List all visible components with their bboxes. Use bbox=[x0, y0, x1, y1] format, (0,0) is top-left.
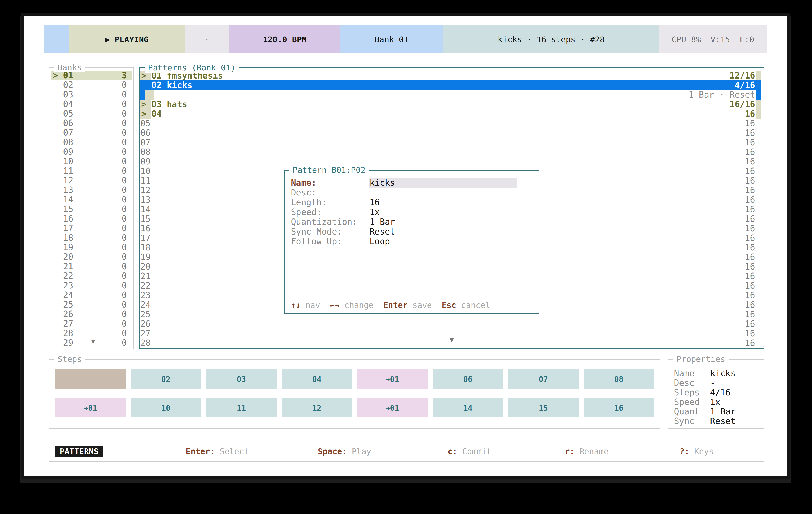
step-cell[interactable]: 16 bbox=[583, 398, 655, 418]
bank-row[interactable]: 120 bbox=[51, 176, 132, 185]
bank-row[interactable]: 180 bbox=[51, 233, 132, 243]
bank-row[interactable]: 220 bbox=[51, 271, 132, 281]
modal-field[interactable]: Name:kicks bbox=[291, 178, 532, 188]
bank-row[interactable]: 270 bbox=[51, 319, 132, 329]
pattern-row[interactable]: 0816 bbox=[140, 147, 761, 157]
hint-label: Rename bbox=[575, 447, 609, 456]
step-cell[interactable]: 14 bbox=[433, 398, 503, 418]
bank-row[interactable]: 210 bbox=[51, 262, 132, 271]
pattern-row[interactable]: >03 hats16/16 bbox=[140, 99, 761, 109]
bank-number: 05 bbox=[63, 109, 73, 118]
now-playing-display: kicks · 16 steps · #28 bbox=[443, 26, 659, 54]
pattern-row[interactable]: 2616 bbox=[140, 319, 761, 329]
pattern-label: 21 bbox=[140, 271, 150, 281]
bank-number: 29 bbox=[63, 338, 73, 347]
bank-row[interactable]: 200 bbox=[51, 252, 132, 262]
pattern-row[interactable]: 0916 bbox=[140, 157, 761, 167]
modal-field[interactable]: Quantization:1 Bar bbox=[291, 217, 532, 226]
system-stats-text: CPU 8% V:15 L:0 bbox=[672, 35, 754, 44]
bank-row[interactable]: 230 bbox=[51, 281, 132, 290]
step-cell[interactable]: 03 bbox=[206, 369, 277, 389]
bank-row[interactable]: 150 bbox=[51, 204, 132, 214]
bank-row[interactable]: 250 bbox=[51, 300, 132, 309]
pattern-label: 22 bbox=[140, 281, 150, 291]
footer-hint: Space: Play bbox=[318, 447, 371, 456]
bank-row[interactable]: 030 bbox=[51, 90, 132, 99]
patterns-scrollbar-thumb bbox=[756, 128, 761, 138]
bank-row[interactable]: 020 bbox=[51, 80, 132, 90]
modal-field-label: Length: bbox=[291, 198, 370, 207]
bank-row[interactable]: 110 bbox=[51, 166, 132, 176]
bank-row[interactable]: 070 bbox=[51, 128, 132, 138]
property-row: Desc- bbox=[674, 378, 759, 388]
modal-field[interactable]: Sync Mode:Reset bbox=[291, 226, 532, 236]
pattern-row[interactable]: 02 kicks4/16 bbox=[140, 81, 761, 90]
bank-row[interactable]: 080 bbox=[51, 138, 132, 147]
bank-row[interactable]: 280 bbox=[51, 329, 132, 338]
bank-row[interactable]: 090 bbox=[51, 147, 132, 157]
step-cell[interactable]: →01 bbox=[357, 398, 428, 418]
bank-selected-marker bbox=[53, 329, 63, 338]
bank-display[interactable]: Bank 01 bbox=[340, 26, 443, 54]
modal-field[interactable]: Desc: bbox=[291, 188, 532, 198]
transport-status[interactable]: ▶ PLAYING bbox=[69, 26, 184, 54]
step-cell[interactable]: 11 bbox=[206, 398, 277, 418]
bank-row[interactable]: 050 bbox=[51, 109, 132, 118]
bank-pattern-count: 0 bbox=[122, 90, 127, 99]
bank-row[interactable]: 190 bbox=[51, 243, 132, 252]
bank-row[interactable]: 170 bbox=[51, 223, 132, 233]
pattern-row[interactable]: 0716 bbox=[140, 138, 761, 147]
bank-selected-marker bbox=[53, 138, 63, 147]
bank-row[interactable]: 140 bbox=[51, 195, 132, 204]
bpm-display[interactable]: 120.0 BPM bbox=[229, 26, 340, 54]
bank-row[interactable]: 160 bbox=[51, 214, 132, 223]
patterns-panel-title: Patterns (Bank 01) bbox=[145, 63, 239, 72]
step-cell[interactable]: 10 bbox=[130, 398, 202, 418]
pattern-gutter bbox=[140, 81, 151, 90]
footer-hint: c: Commit bbox=[447, 447, 491, 456]
bank-row[interactable]: 040 bbox=[51, 99, 132, 109]
pattern-label: 13 bbox=[140, 195, 150, 205]
patterns-scroll-more-icon[interactable]: ▼ bbox=[450, 336, 454, 344]
bank-row-spacer bbox=[73, 109, 122, 118]
bank-number: 08 bbox=[63, 138, 73, 147]
pattern-row[interactable]: 0516 bbox=[140, 119, 761, 128]
hint-key: ?: bbox=[680, 447, 690, 456]
bank-pattern-count: 0 bbox=[122, 99, 127, 109]
bank-number: 25 bbox=[63, 300, 73, 309]
step-cell[interactable] bbox=[55, 369, 126, 389]
step-cell[interactable]: →01 bbox=[55, 398, 126, 418]
modal-field[interactable]: Length:16 bbox=[291, 198, 532, 207]
patterns-scrollbar-thumb bbox=[756, 99, 761, 109]
modal-field[interactable]: Speed:1x bbox=[291, 207, 532, 217]
modal-field[interactable]: Follow Up:Loop bbox=[291, 236, 532, 246]
step-cell[interactable]: 15 bbox=[508, 398, 579, 418]
pattern-row[interactable]: >0416 bbox=[140, 109, 761, 119]
steps-row-1: 020304→01060708 bbox=[55, 369, 654, 389]
step-cell[interactable]: 04 bbox=[282, 369, 352, 389]
step-cell[interactable]: →01 bbox=[357, 369, 428, 389]
step-cell[interactable]: 08 bbox=[583, 369, 655, 389]
patterns-scrollbar-thumb bbox=[756, 185, 761, 195]
bank-number: 04 bbox=[63, 99, 73, 109]
bank-row[interactable]: 060 bbox=[51, 118, 132, 128]
step-cell[interactable]: 12 bbox=[282, 398, 352, 418]
patterns-scrollbar-thumb bbox=[756, 252, 761, 262]
patterns-scrollbar-thumb bbox=[756, 138, 761, 147]
steps-panel-title: Steps bbox=[54, 354, 85, 364]
banks-scroll-more-icon[interactable]: ▼ bbox=[91, 337, 95, 345]
step-cell[interactable]: 06 bbox=[433, 369, 503, 389]
modal-name-input[interactable]: kicks bbox=[370, 178, 517, 188]
bank-row[interactable]: 240 bbox=[51, 290, 132, 300]
footer-bar: PATTERNS Enter: SelectSpace: Playc: Comm… bbox=[49, 441, 764, 462]
bank-selected-marker bbox=[53, 157, 63, 166]
pattern-row-spacer bbox=[150, 338, 745, 348]
step-cell[interactable]: 02 bbox=[130, 369, 202, 389]
hint-label: nav bbox=[301, 301, 320, 310]
bank-pattern-count: 0 bbox=[122, 338, 127, 347]
pattern-row[interactable]: 0616 bbox=[140, 128, 761, 138]
bank-row[interactable]: 100 bbox=[51, 157, 132, 166]
step-cell[interactable]: 07 bbox=[508, 369, 579, 389]
bank-row[interactable]: 130 bbox=[51, 185, 132, 195]
bank-row[interactable]: 260 bbox=[51, 309, 132, 319]
